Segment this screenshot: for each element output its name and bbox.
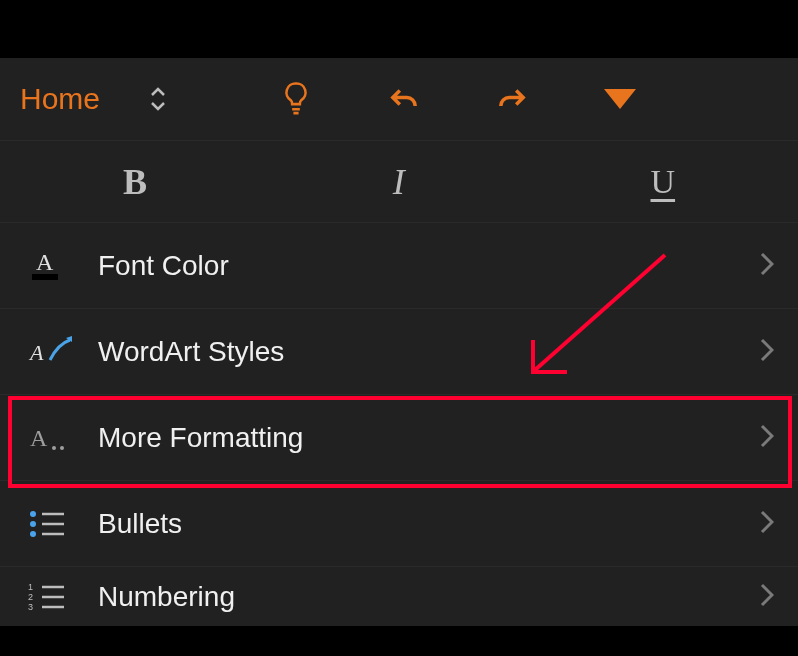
- italic-button[interactable]: I: [393, 161, 405, 203]
- bullets-item[interactable]: Bullets: [0, 480, 798, 566]
- svg-text:1: 1: [28, 582, 33, 592]
- more-formatting-item[interactable]: A More Formatting: [0, 394, 798, 480]
- wordart-icon: A: [28, 332, 84, 372]
- chevron-right-icon: [760, 338, 774, 366]
- redo-icon[interactable]: [494, 81, 530, 117]
- toolbar-actions: [278, 81, 638, 117]
- more-formatting-icon: A: [28, 418, 84, 458]
- menu-item-label: WordArt Styles: [98, 336, 760, 368]
- svg-rect-1: [32, 274, 58, 280]
- numbering-item[interactable]: 1 2 3 Numbering: [0, 566, 798, 626]
- svg-point-5: [60, 446, 64, 450]
- collapse-triangle-icon[interactable]: [602, 81, 638, 117]
- menu-item-label: Font Color: [98, 250, 760, 282]
- main-toolbar: Home: [0, 58, 798, 140]
- menu-item-label: Numbering: [98, 581, 760, 613]
- menu-item-label: More Formatting: [98, 422, 760, 454]
- svg-text:3: 3: [28, 602, 33, 612]
- formatting-menu-list: A Font Color A WordArt Styles A: [0, 222, 798, 626]
- wordart-styles-item[interactable]: A WordArt Styles: [0, 308, 798, 394]
- chevron-right-icon: [760, 252, 774, 280]
- font-color-icon: A: [28, 246, 84, 286]
- svg-point-8: [30, 521, 36, 527]
- tab-selector[interactable]: Home: [20, 82, 168, 116]
- expand-collapse-icon: [148, 87, 168, 111]
- bullets-icon: [28, 504, 84, 544]
- text-format-row: B I U: [0, 140, 798, 222]
- menu-item-label: Bullets: [98, 508, 760, 540]
- font-color-item[interactable]: A Font Color: [0, 222, 798, 308]
- svg-point-4: [52, 446, 56, 450]
- numbering-icon: 1 2 3: [28, 577, 84, 617]
- chevron-right-icon: [760, 583, 774, 611]
- home-tab-label: Home: [20, 82, 100, 116]
- chevron-right-icon: [760, 424, 774, 452]
- svg-text:2: 2: [28, 592, 33, 602]
- svg-point-6: [30, 511, 36, 517]
- status-bar-area: [0, 0, 798, 58]
- lightbulb-icon[interactable]: [278, 81, 314, 117]
- chevron-right-icon: [760, 510, 774, 538]
- svg-text:A: A: [28, 340, 44, 365]
- svg-text:A: A: [30, 425, 48, 451]
- undo-icon[interactable]: [386, 81, 422, 117]
- svg-text:A: A: [36, 249, 54, 275]
- svg-point-10: [30, 531, 36, 537]
- bold-button[interactable]: B: [123, 161, 147, 203]
- underline-button[interactable]: U: [651, 163, 676, 201]
